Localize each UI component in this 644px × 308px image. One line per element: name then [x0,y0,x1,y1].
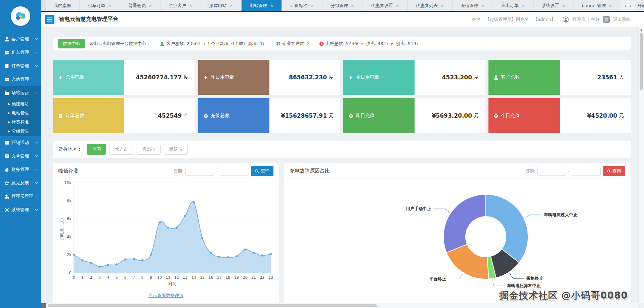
tab-scroll-arrows: ‹› [620,0,635,11]
sidebar-item-10[interactable]: 系统管理 [0,203,41,217]
region-button-1[interactable]: 大连市 [110,144,133,155]
data-point [201,237,203,239]
sidebar-item-8[interactable]: 意见反馈 [0,176,41,190]
close-icon[interactable]: × [521,3,525,8]
svg-text:3: 3 [98,275,101,280]
logout-link[interactable]: 退出系统 [613,16,631,23]
label-leader-line [433,209,450,213]
close-icon[interactable]: × [108,3,112,8]
svg-text:0: 0 [69,271,72,275]
page-title: 智电云智慧充电管理平台 [59,16,118,23]
tab-3[interactable]: 企业客户× [161,0,200,11]
pie-label-4: 用户手动中止 [405,206,431,211]
sidebar-item-3[interactable]: 充值管理 [0,73,41,86]
region-buttons: 全国大连市青岛市武汉市 [87,144,191,155]
scroll-left-icon[interactable]: ‹ [41,303,46,308]
close-icon[interactable]: × [481,3,484,8]
fault-donut-chart[interactable]: 车辆电流过大中止拔枪终止车辆电压异常中止平台终止用户手动中止 [284,179,631,306]
region-button-0[interactable]: 全国 [87,144,106,155]
close-icon[interactable]: × [440,3,444,8]
card-icon [4,50,9,55]
close-icon[interactable]: × [609,3,612,8]
sidebar-item-6[interactable]: 文章管理 [0,149,41,163]
peak-date-end-input[interactable] [220,167,249,176]
sidebar-item-9[interactable]: 管理员管理 [0,190,41,203]
admin-icon [4,194,9,199]
view-data-details-link[interactable]: 点击查看数据详情 [53,293,279,299]
svg-text:18: 18 [226,275,230,280]
horizontal-scroll-thumb[interactable] [48,304,377,307]
data-center-stats: 客户总数: 23561（↑今日新增: 0↑昨日新增: 0）企业客户数: 2电桩总… [151,41,418,47]
tab-1[interactable]: 租车订单× [80,0,120,11]
close-icon[interactable]: × [395,3,399,8]
sidebar-subitem-3[interactable]: ▶分组管理 [0,127,41,136]
tab-11[interactable]: 充电订单× [493,0,533,11]
tab-7[interactable]: 分组管理× [323,0,362,11]
power-button[interactable] [603,16,610,23]
sidebar-item-7[interactable]: 财务管理 [0,163,41,176]
tab-9[interactable]: 优惠券列表× [408,0,452,11]
sidebar-item-1[interactable]: 租车管理 [0,46,41,59]
svg-text:21: 21 [251,275,256,280]
stat-card: ¥今日充值 ¥4520.00元 [488,98,631,133]
databar-stat-2: ↑今日新增: 0 [207,41,234,47]
sidebar-item-2[interactable]: 订单管理 [0,59,41,73]
fault-search-button[interactable]: 查询 [603,166,625,176]
tab-2[interactable]: 普通会员× [120,0,160,11]
sidebar-subitem-1[interactable]: ▶电站管理 [0,109,41,118]
pile-icon [319,41,324,46]
data-point [261,255,263,257]
tab-12[interactable]: 系统设置× [534,0,573,11]
vertical-scroll-thumb[interactable] [640,33,643,90]
sidebar-item-0[interactable]: 客户管理 [0,32,41,46]
tab-prev-icon[interactable]: ‹ [623,3,627,9]
tab-10[interactable]: 充值管理× [453,0,492,11]
close-icon[interactable]: × [229,3,233,8]
close-icon[interactable]: × [148,3,152,8]
close-icon[interactable]: × [351,3,354,8]
sidebar-item-4[interactable]: 场站运营 [0,86,41,100]
tab-next-icon[interactable]: › [629,3,633,9]
tab-0[interactable]: 我的桌面 [46,0,79,11]
svg-text:7: 7 [133,275,135,280]
peak-date-start-input[interactable] [185,167,214,176]
fault-date-start-input[interactable] [537,167,566,176]
user-icon [493,75,499,80]
horizontal-scrollbar[interactable]: ‹ [41,303,638,308]
chevron-down-icon [35,50,38,53]
data-point [98,266,100,268]
tab-8[interactable]: 优惠券设置× [363,0,407,11]
sidebar-subitem-0[interactable]: ▶预建电站 [0,100,41,109]
vertical-scrollbar[interactable]: ▲ [638,27,644,303]
tab-6[interactable]: 计费标准× [282,0,322,11]
fault-date-end-input[interactable] [572,167,601,176]
region-button-2[interactable]: 青岛市 [137,144,161,155]
data-point [90,262,92,264]
tab-5[interactable]: 电站管理× [242,0,281,11]
sidebar-item-5[interactable]: 营销活动 [0,136,41,149]
sidebar-subitem-2[interactable]: ▶计费标准 [0,118,41,127]
close-icon[interactable]: × [310,3,314,8]
peak-search-button[interactable]: 查询 [251,166,273,176]
date-label: 日期: [173,168,183,174]
svg-text:6k: 6k [67,217,72,221]
scroll-up-icon[interactable]: ▲ [639,27,644,32]
region-button-3[interactable]: 武汉市 [164,144,188,155]
bolt-icon [203,75,208,80]
close-icon[interactable]: × [189,3,192,8]
close-icon[interactable]: × [270,3,273,8]
stat-card: 今日用电量 4523.200度 [343,60,485,95]
close-icon[interactable]: × [562,3,565,8]
peak-line-chart[interactable]: 02k4k6k8k10k0123456789101112131415161718… [58,179,273,292]
databar-stat-6: 快充: 4827 [360,41,389,47]
data-point [193,201,195,203]
tab-13[interactable]: banner管理× [574,0,620,11]
date-range-dash: - [216,168,218,174]
tab-overflow[interactable]: 列表 [635,0,644,11]
gear-icon [4,207,9,213]
svg-text:2k: 2k [67,253,72,257]
data-center-badge[interactable]: 数据中心 [58,39,85,48]
tab-4[interactable]: 预建电站× [201,0,241,11]
peak-panel-header: 峰值评测 日期: - 查询 [53,163,279,179]
menu-toggle-button[interactable] [45,15,54,24]
